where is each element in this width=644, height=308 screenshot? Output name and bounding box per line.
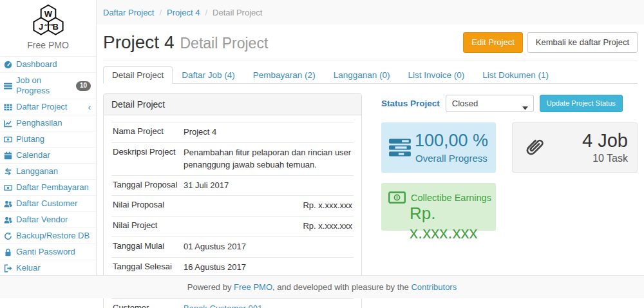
panel-title: Detail Project bbox=[104, 94, 361, 115]
sidebar-item-daftar-customer[interactable]: Daftar Customer bbox=[0, 196, 96, 212]
sidebar-item-label: Calendar bbox=[16, 150, 50, 160]
refresh-icon bbox=[4, 232, 12, 240]
earnings-value: Rp. x.xxx.xxx bbox=[410, 204, 496, 243]
sidebar-item-label: Daftar Vendor bbox=[16, 215, 68, 225]
sidebar-item-label: Backup/Restore DB bbox=[16, 231, 90, 241]
detail-row-tanggal-mulai: Tanggal Mulai01 Agustus 2017 bbox=[111, 236, 354, 257]
customer-link[interactable]: Bapak Customer 001 bbox=[184, 303, 262, 308]
sidebar-item-backup-restore-db[interactable]: Backup/Restore DB bbox=[0, 228, 96, 244]
detail-row-tanggal-proposal: Tanggal Proposal31 Juli 2017 bbox=[111, 175, 354, 196]
earnings-caption: Collectibe Earnings bbox=[411, 193, 491, 203]
detail-label: Deskripsi Project bbox=[113, 147, 184, 171]
detail-label: Nilai Project bbox=[113, 220, 184, 233]
sidebar-item-daftar-project[interactable]: Daftar Project‹ bbox=[0, 99, 96, 115]
sidebar-item-penghasilan[interactable]: Penghasilan bbox=[0, 115, 96, 131]
status-select-value: Closed bbox=[452, 99, 478, 108]
paperclip-icon bbox=[522, 135, 546, 160]
sidebar-item-calendar[interactable]: Calendar bbox=[0, 148, 96, 164]
detail-label: Customer bbox=[113, 303, 184, 308]
tab-detail-project[interactable]: Detail Project bbox=[103, 66, 173, 84]
detail-value: Rp. x.xxx.xxx bbox=[184, 200, 352, 212]
tab-list-invoice-0[interactable]: List Invoice (0) bbox=[399, 66, 473, 84]
sidebar-menu: DashboardJob on Progress10Daftar Project… bbox=[0, 56, 96, 276]
breadcrumb-item-project-4[interactable]: Project 4 bbox=[167, 8, 200, 17]
lock-icon bbox=[4, 248, 12, 256]
sidebar-item-label: Dashboard bbox=[16, 59, 57, 70]
tasks-icon bbox=[4, 82, 12, 90]
sidebar-item-daftar-vendor[interactable]: Daftar Vendor bbox=[0, 212, 96, 228]
detail-value: Penambahan fitur pelaporan dan rincian u… bbox=[184, 147, 352, 171]
tab-bar: Detail ProjectDaftar Job (4)Pembayaran (… bbox=[103, 66, 638, 84]
detail-value: 16 Agustus 2017 bbox=[184, 262, 352, 274]
detail-value: Rp. x.xxx.xxx bbox=[184, 220, 352, 233]
overall-progress-caption: Overall Progress bbox=[415, 153, 488, 164]
money-icon bbox=[4, 184, 12, 192]
jwb-logo-icon: W J B .com bbox=[24, 5, 72, 35]
app-window: W J B .com Free PMO DashboardJob on Prog… bbox=[0, 0, 644, 308]
users-icon bbox=[4, 216, 12, 224]
calendar-icon bbox=[4, 151, 12, 160]
sidebar-item-label: Daftar Customer bbox=[16, 198, 77, 209]
job-count-value: 4 Job bbox=[582, 131, 628, 151]
sidebar-item-label: Daftar Pembayaran bbox=[16, 182, 89, 193]
detail-label: Nama Project bbox=[113, 126, 184, 139]
detail-label: Nilai Proposal bbox=[113, 200, 184, 212]
task-count-caption: 10 Task bbox=[582, 153, 628, 164]
exchange-icon bbox=[4, 168, 12, 176]
svg-text:B: B bbox=[52, 22, 58, 32]
detail-row-nilai-proposal: Nilai ProposalRp. x.xxx.xxx bbox=[111, 195, 354, 216]
sidebar-item-label: Job on Progress bbox=[16, 75, 76, 96]
money-icon bbox=[4, 135, 12, 144]
sidebar-item-label: Piutang bbox=[16, 134, 44, 144]
sidebar-item-langganan[interactable]: Langganan bbox=[0, 164, 96, 180]
sidebar-item-label: Ganti Password bbox=[16, 247, 75, 257]
detail-label: Tanggal Selesai bbox=[113, 262, 184, 274]
sidebar-item-job-on-progress[interactable]: Job on Progress10 bbox=[0, 73, 96, 99]
status-project-label: Status Project bbox=[381, 99, 440, 108]
users-icon bbox=[4, 200, 12, 208]
detail-value: 01 Agustus 2017 bbox=[184, 241, 352, 253]
sidebar-item-daftar-pembayaran[interactable]: Daftar Pembayaran bbox=[0, 180, 96, 196]
sidebar-item-label: Penghasilan bbox=[16, 118, 62, 128]
svg-text:W: W bbox=[44, 9, 52, 19]
dashboard-icon bbox=[4, 61, 12, 69]
footer-link-freepmo[interactable]: Free PMO bbox=[234, 282, 272, 292]
tab-pembayaran-2[interactable]: Pembayaran (2) bbox=[244, 66, 325, 84]
detail-label: Tanggal Mulai bbox=[113, 241, 184, 253]
line-chart-icon bbox=[4, 119, 12, 128]
detail-row-nama-project: Nama ProjectProject 4 bbox=[111, 122, 354, 142]
tab-daftar-job-4[interactable]: Daftar Job (4) bbox=[173, 66, 244, 84]
detail-value: 31 Juli 2017 bbox=[184, 180, 352, 192]
job-count-box: 4 Job 10 Task bbox=[512, 122, 638, 173]
footer-text-prefix: Powered by bbox=[187, 282, 234, 292]
update-project-status-button[interactable]: Update Project Status bbox=[540, 95, 623, 112]
breadcrumb-item-detail-project: Detail Project bbox=[213, 8, 262, 17]
breadcrumb-item-daftar-project[interactable]: Daftar Project bbox=[103, 8, 154, 17]
status-select[interactable]: Closed bbox=[446, 95, 534, 112]
count-badge: 10 bbox=[76, 81, 91, 91]
sign-out-icon bbox=[4, 264, 12, 273]
collectible-earnings-box: Collectibe Earnings Rp. x.xxx.xxx bbox=[381, 183, 496, 231]
footer-link-contributors[interactable]: Contributors bbox=[411, 282, 457, 292]
chevron-left-icon: ‹ bbox=[88, 103, 91, 111]
tab-langganan-0[interactable]: Langganan (0) bbox=[325, 66, 399, 84]
svg-text:.com: .com bbox=[43, 23, 52, 26]
sidebar-item-label: Langganan bbox=[16, 166, 58, 177]
sidebar-item-dashboard[interactable]: Dashboard bbox=[0, 57, 96, 73]
sidebar-item-label: Keluar bbox=[16, 263, 41, 273]
tab-list-dokumen-1[interactable]: List Dokumen (1) bbox=[473, 66, 558, 84]
caret-down-icon bbox=[522, 102, 528, 106]
detail-row-deskripsi-project: Deskripsi ProjectPenambahan fitur pelapo… bbox=[111, 142, 354, 175]
detail-row-tanggal-selesai: Tanggal Selesai16 Agustus 2017 bbox=[111, 257, 354, 278]
back-to-project-list-button[interactable]: Kembali ke daftar Project bbox=[527, 32, 638, 53]
breadcrumb: Daftar Project/Project 4/Detail Project bbox=[103, 0, 262, 24]
sidebar-item-keluar[interactable]: Keluar bbox=[0, 260, 96, 276]
page-subtitle: Detail Project bbox=[180, 35, 269, 52]
sidebar-item-ganti-password[interactable]: Ganti Password bbox=[0, 244, 96, 260]
edit-project-button[interactable]: Edit Project bbox=[463, 32, 522, 53]
brand-logo[interactable]: W J B .com Free PMO bbox=[0, 0, 96, 50]
sidebar-item-piutang[interactable]: Piutang bbox=[0, 131, 96, 148]
status-project-bar: Status Project Closed Update Project Sta… bbox=[381, 95, 623, 112]
table-icon bbox=[4, 103, 12, 111]
detail-value: Bapak Customer 001 bbox=[184, 303, 352, 308]
